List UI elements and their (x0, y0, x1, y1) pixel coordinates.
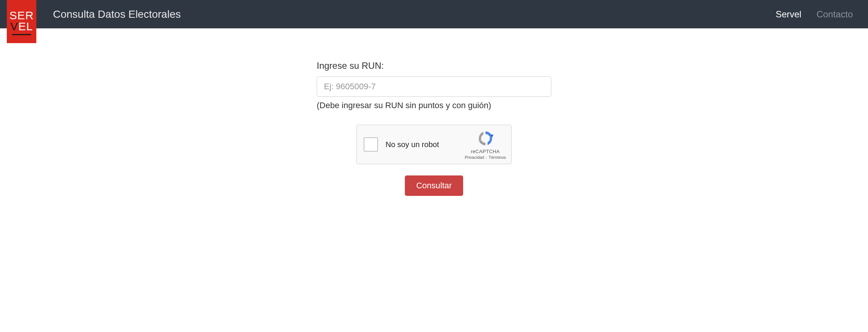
run-help-text: (Debe ingresar su RUN sin puntos y con g… (317, 101, 551, 110)
logo-line-2: VEL (10, 21, 33, 32)
recaptcha-checkbox[interactable] (364, 137, 378, 152)
recaptcha-label: No soy un robot (386, 140, 465, 149)
page-title: Consulta Datos Electorales (53, 8, 181, 20)
nav-link-servel[interactable]: Servel (776, 9, 801, 20)
recaptcha-separator: - (485, 155, 487, 160)
recaptcha-widget: No soy un robot reCAPTCHA Privacidad - T… (356, 125, 512, 164)
recaptcha-brand: reCAPTCHA Privacidad - Términos (465, 130, 506, 160)
run-label: Ingrese su RUN: (317, 61, 551, 71)
recaptcha-icon (477, 130, 494, 147)
recaptcha-terms-link[interactable]: Términos (488, 155, 506, 160)
recaptcha-brand-text: reCAPTCHA (471, 149, 499, 154)
recaptcha-links: Privacidad - Términos (465, 155, 506, 160)
main-content: Ingrese su RUN: (Debe ingresar su RUN si… (0, 28, 868, 196)
run-form: Ingrese su RUN: (Debe ingresar su RUN si… (317, 61, 551, 196)
run-input[interactable] (317, 76, 551, 97)
servel-logo[interactable]: SER VEL (7, 0, 36, 43)
navbar: SER VEL Consulta Datos Electorales Serve… (0, 0, 868, 28)
nav-link-contacto[interactable]: Contacto (817, 9, 853, 20)
recaptcha-wrapper: No soy un robot reCAPTCHA Privacidad - T… (317, 125, 551, 164)
recaptcha-privacy-link[interactable]: Privacidad (465, 155, 484, 160)
logo-line-1: SER (9, 10, 34, 21)
submit-wrapper: Consultar (317, 175, 551, 196)
logo-underline (12, 34, 31, 35)
nav-links: Servel Contacto (776, 9, 853, 20)
consultar-button[interactable]: Consultar (405, 175, 463, 196)
